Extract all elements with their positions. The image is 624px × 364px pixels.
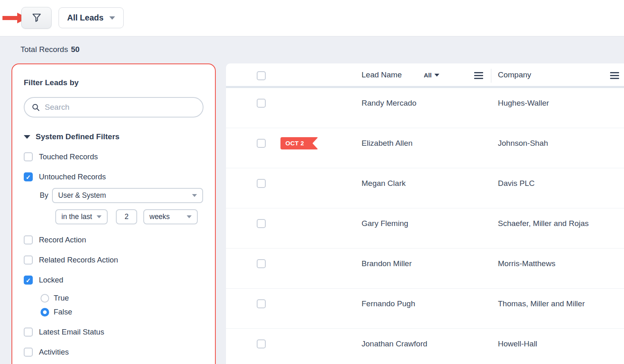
row-checkbox[interactable] bbox=[257, 219, 266, 228]
checkbox[interactable] bbox=[24, 348, 33, 357]
locked-option-true[interactable]: True bbox=[41, 294, 203, 303]
company-cell: Schaefer, Miller and Rojas bbox=[498, 219, 589, 228]
chevron-down-icon bbox=[192, 194, 197, 197]
filter-item-locked[interactable]: ✓ Locked bbox=[24, 276, 203, 285]
chevron-down-icon bbox=[434, 74, 439, 77]
range-unit-select[interactable]: weeks bbox=[143, 209, 198, 224]
row-checkbox[interactable] bbox=[257, 99, 266, 108]
radio-unselected[interactable] bbox=[41, 294, 49, 303]
row-checkbox[interactable] bbox=[257, 139, 266, 148]
company-cell: Davis PLC bbox=[498, 179, 535, 188]
row-checkbox[interactable] bbox=[257, 179, 266, 188]
table-header: Lead Name All Company bbox=[226, 63, 624, 88]
company-cell: Thomas, Miller and Miller bbox=[498, 299, 585, 308]
filter-item-label: Untouched Records bbox=[39, 172, 106, 181]
filter-item-touched-records[interactable]: Touched Records bbox=[24, 152, 203, 161]
company-cell: Johnson-Shah bbox=[498, 139, 548, 148]
radio-label: False bbox=[54, 307, 72, 317]
collapse-caret-icon bbox=[24, 135, 30, 139]
chevron-down-icon bbox=[187, 215, 192, 218]
filter-item-label: Related Records Action bbox=[39, 255, 118, 265]
by-select[interactable]: User & System bbox=[52, 188, 203, 203]
filter-search[interactable] bbox=[24, 97, 203, 118]
filter-panel-title: Filter Leads by bbox=[24, 78, 203, 87]
lead-name-filter-value: All bbox=[424, 72, 432, 79]
by-label: By bbox=[40, 191, 48, 200]
company-cell: Howell-Hall bbox=[498, 339, 537, 348]
lead-name-column-menu-icon[interactable] bbox=[474, 72, 483, 79]
search-input[interactable] bbox=[45, 103, 195, 112]
lead-name-cell[interactable]: Brandon Miller bbox=[362, 259, 412, 268]
section-title: System Defined Filters bbox=[36, 132, 120, 141]
date-flag-badge: OCT 2 bbox=[280, 137, 318, 149]
row-checkbox[interactable] bbox=[257, 299, 266, 308]
filter-item-label: Activities bbox=[39, 348, 69, 357]
toolbar: All Leads bbox=[0, 0, 624, 36]
column-divider bbox=[491, 69, 491, 83]
filter-panel: Filter Leads by System Defined Filters T… bbox=[11, 63, 216, 364]
search-icon bbox=[32, 103, 40, 112]
range-value-input[interactable]: 2 bbox=[116, 209, 137, 224]
checkbox[interactable] bbox=[24, 255, 33, 265]
filter-item-latest-email-status[interactable]: Latest Email Status bbox=[24, 328, 203, 337]
company-cell: Morris-Matthews bbox=[498, 259, 555, 268]
filter-button[interactable] bbox=[21, 7, 52, 29]
total-records-value: 50 bbox=[71, 45, 79, 54]
lead-name-cell[interactable]: Elizabeth Allen bbox=[362, 139, 413, 148]
select-all-checkbox[interactable] bbox=[257, 71, 266, 80]
table-row[interactable]: OCT 2 Elizabeth Allen Johnson-Shah bbox=[226, 128, 624, 168]
leads-page: All Leads Total Records50 Filter Leads b… bbox=[0, 0, 624, 364]
company-cell: Hughes-Waller bbox=[498, 99, 549, 108]
filter-item-related-records-action[interactable]: Related Records Action bbox=[24, 255, 203, 265]
funnel-icon bbox=[31, 12, 42, 23]
table-row[interactable]: Randy Mercado Hughes-Waller bbox=[226, 88, 624, 128]
range-operator-value: in the last bbox=[61, 213, 92, 221]
leads-view-selector[interactable]: All Leads bbox=[59, 7, 124, 28]
filter-item-label: Record Action bbox=[39, 235, 86, 244]
filter-item-label: Latest Email Status bbox=[39, 328, 104, 337]
table-row[interactable]: Jonathan Crawford Howell-Hall bbox=[226, 329, 624, 364]
range-operator-select[interactable]: in the last bbox=[55, 209, 108, 224]
lead-name-cell[interactable]: Megan Clark bbox=[362, 179, 406, 188]
radio-selected[interactable] bbox=[41, 308, 49, 317]
by-select-value: User & System bbox=[58, 191, 106, 200]
checkbox-checked[interactable]: ✓ bbox=[24, 276, 33, 285]
leads-table: Lead Name All Company Randy Mercado Hugh… bbox=[226, 63, 624, 364]
table-row[interactable]: Megan Clark Davis PLC bbox=[226, 168, 624, 208]
total-records-label: Total Records bbox=[20, 45, 68, 54]
row-checkbox[interactable] bbox=[257, 339, 266, 348]
filter-item-untouched-records[interactable]: ✓ Untouched Records bbox=[24, 172, 203, 181]
chevron-down-icon bbox=[109, 16, 115, 20]
filter-item-record-action[interactable]: Record Action bbox=[24, 235, 203, 244]
table-row[interactable]: Brandon Miller Morris-Matthews bbox=[226, 249, 624, 289]
system-filters-section-header[interactable]: System Defined Filters bbox=[24, 132, 203, 141]
table-row[interactable]: Gary Fleming Schaefer, Miller and Rojas bbox=[226, 208, 624, 249]
lead-name-cell[interactable]: Gary Fleming bbox=[362, 219, 408, 228]
locked-option-false[interactable]: False bbox=[41, 307, 203, 317]
filter-item-label: Locked bbox=[39, 276, 63, 285]
checkbox[interactable] bbox=[24, 152, 33, 161]
chevron-down-icon bbox=[97, 215, 102, 218]
company-column-menu-icon[interactable] bbox=[610, 72, 619, 79]
filter-item-label: Touched Records bbox=[39, 152, 98, 161]
total-records: Total Records50 bbox=[20, 45, 79, 54]
range-unit-value: weeks bbox=[149, 213, 170, 221]
checkbox-checked[interactable]: ✓ bbox=[24, 172, 33, 181]
radio-label: True bbox=[54, 294, 69, 303]
leads-view-label: All Leads bbox=[67, 13, 104, 23]
checkbox[interactable] bbox=[24, 235, 33, 244]
untouched-by-row: By User & System bbox=[40, 188, 203, 203]
filter-item-activities[interactable]: Activities bbox=[24, 348, 203, 357]
company-column-header: Company bbox=[498, 70, 531, 79]
checkbox[interactable] bbox=[24, 328, 33, 337]
lead-name-cell[interactable]: Jonathan Crawford bbox=[362, 339, 427, 348]
table-row[interactable]: Fernando Pugh Thomas, Miller and Miller bbox=[226, 289, 624, 329]
lead-name-cell[interactable]: Fernando Pugh bbox=[362, 299, 415, 308]
untouched-range-row: in the last 2 weeks bbox=[55, 209, 203, 224]
lead-name-filter-dropdown[interactable]: All bbox=[424, 72, 439, 79]
lead-name-column-header: Lead Name bbox=[362, 70, 402, 79]
row-checkbox[interactable] bbox=[257, 259, 266, 268]
lead-name-cell[interactable]: Randy Mercado bbox=[362, 99, 416, 108]
